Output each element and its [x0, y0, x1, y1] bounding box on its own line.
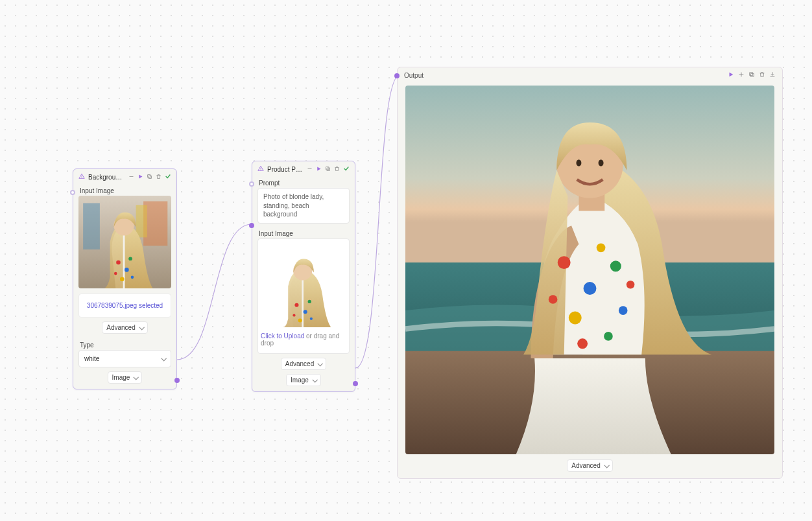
- svg-rect-4: [148, 174, 151, 178]
- advanced-toggle[interactable]: Advanced: [281, 358, 326, 370]
- collapse-icon[interactable]: [128, 174, 134, 181]
- play-icon[interactable]: [316, 166, 322, 173]
- svg-point-10: [116, 260, 121, 265]
- type-select[interactable]: white: [78, 350, 171, 367]
- output-type-label: Image: [291, 376, 309, 384]
- chevron-down-icon: [132, 374, 137, 381]
- copy-icon[interactable]: [325, 166, 331, 173]
- chevron-down-icon: [311, 376, 316, 384]
- prompt-input[interactable]: [257, 188, 350, 224]
- svg-point-38: [558, 256, 571, 269]
- input-port[interactable]: [394, 73, 400, 78]
- svg-point-43: [619, 306, 628, 315]
- prompt-label: Prompt: [252, 177, 355, 188]
- input-image-label: Input Image: [73, 185, 176, 196]
- svg-point-47: [627, 281, 635, 289]
- copy-icon[interactable]: [147, 174, 152, 181]
- advanced-label: Advanced: [285, 360, 314, 367]
- svg-point-14: [114, 272, 117, 275]
- svg-point-13: [128, 257, 132, 260]
- output-port[interactable]: [353, 381, 358, 386]
- node-product-photo[interactable]: Product Phot... Prompt Input Image: [252, 161, 355, 392]
- svg-point-23: [294, 303, 298, 307]
- svg-point-28: [310, 317, 313, 319]
- node-header[interactable]: Background R...: [73, 169, 176, 185]
- check-icon: [165, 173, 171, 181]
- warning-triangle-icon: [78, 173, 85, 181]
- node-title: Background R...: [88, 174, 125, 181]
- node-title: Product Phot...: [267, 166, 304, 173]
- svg-point-15: [131, 276, 134, 279]
- svg-rect-3: [149, 176, 152, 179]
- svg-point-26: [308, 299, 311, 303]
- input-image-thumb[interactable]: [78, 196, 171, 288]
- svg-rect-6: [83, 203, 100, 249]
- svg-point-11: [125, 268, 129, 272]
- svg-point-46: [604, 332, 613, 341]
- output-type-label: Image: [112, 374, 130, 381]
- copy-icon[interactable]: [748, 71, 755, 79]
- node-header[interactable]: Product Phot...: [252, 161, 355, 177]
- selected-file[interactable]: 3067839075.jpeg selected: [78, 294, 171, 318]
- svg-point-44: [597, 244, 606, 253]
- svg-point-49: [599, 159, 604, 166]
- input-image-port[interactable]: [249, 223, 254, 228]
- svg-point-42: [549, 295, 558, 304]
- chevron-down-icon: [138, 324, 143, 331]
- svg-rect-20: [326, 167, 329, 170]
- trash-icon[interactable]: [759, 71, 765, 79]
- upload-click-label: Click to Upload: [261, 332, 304, 340]
- collapse-icon[interactable]: [307, 166, 313, 173]
- play-icon[interactable]: [137, 174, 143, 181]
- upload-card[interactable]: Click to Upload or drag and drop: [257, 238, 350, 354]
- output-type-toggle[interactable]: Image: [286, 374, 321, 386]
- type-value: white: [84, 355, 99, 362]
- svg-point-45: [577, 338, 588, 349]
- svg-point-41: [610, 260, 621, 272]
- chevron-down-icon: [603, 462, 608, 469]
- trash-icon[interactable]: [334, 166, 340, 173]
- svg-rect-8: [136, 205, 147, 237]
- advanced-toggle[interactable]: Advanced: [567, 459, 612, 472]
- trash-icon[interactable]: [156, 174, 161, 181]
- output-image[interactable]: [405, 86, 774, 454]
- node-header[interactable]: Output: [398, 67, 782, 83]
- advanced-label: Advanced: [106, 324, 135, 331]
- node-background-removal[interactable]: Background R... Input Image: [73, 168, 177, 389]
- advanced-label: Advanced: [571, 462, 600, 469]
- svg-rect-32: [750, 73, 753, 76]
- svg-rect-31: [750, 73, 754, 76]
- upload-text[interactable]: Click to Upload or drag and drop: [261, 327, 346, 351]
- cutout-image-thumb: [261, 242, 346, 327]
- node-output[interactable]: Output: [397, 67, 783, 479]
- output-type-toggle[interactable]: Image: [108, 371, 143, 384]
- svg-point-40: [569, 312, 582, 325]
- chevron-down-icon: [316, 360, 322, 367]
- play-icon[interactable]: [728, 71, 734, 79]
- advanced-toggle[interactable]: Advanced: [102, 321, 147, 334]
- svg-point-48: [576, 159, 581, 166]
- type-label: Type: [73, 339, 176, 350]
- warning-triangle-icon: [257, 165, 264, 173]
- svg-point-24: [304, 310, 307, 314]
- svg-point-12: [120, 277, 125, 281]
- svg-rect-19: [327, 168, 330, 171]
- input-port[interactable]: [70, 190, 75, 195]
- svg-point-25: [298, 318, 302, 322]
- node-title: Output: [404, 72, 724, 79]
- svg-point-39: [584, 282, 597, 295]
- output-port[interactable]: [174, 378, 180, 383]
- prompt-port[interactable]: [249, 181, 254, 187]
- download-icon[interactable]: [769, 71, 776, 79]
- svg-point-27: [293, 314, 295, 316]
- input-image-label: Input Image: [252, 225, 355, 238]
- plus-icon[interactable]: [738, 71, 745, 79]
- chevron-down-icon: [160, 355, 165, 362]
- check-icon: [343, 165, 350, 173]
